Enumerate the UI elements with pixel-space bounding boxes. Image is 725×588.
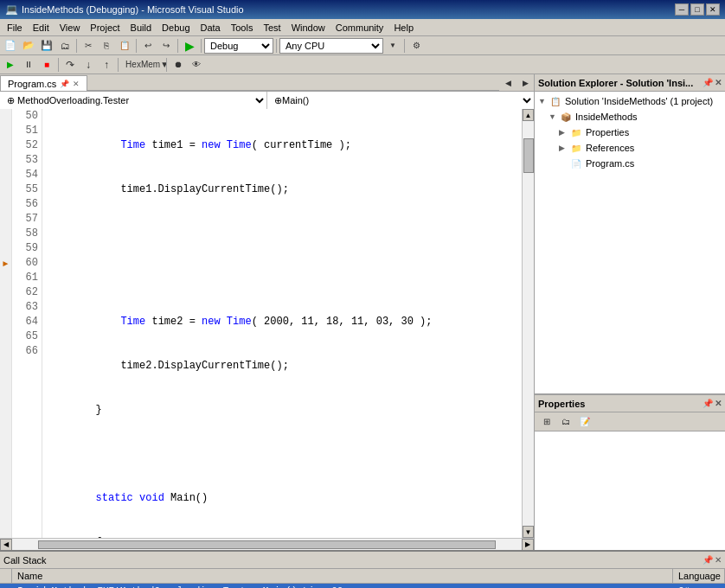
redo-button[interactable]: ↪ [157,38,175,54]
watch-btn[interactable]: 👁 [188,57,205,73]
properties-panel: Properties 📌 ✕ ⊞ 🗂 📝 [535,394,725,550]
save-all-button[interactable]: 🗂 [56,38,74,54]
tab-pin[interactable]: 📌 [60,80,69,88]
step-over-button[interactable]: ↷ [61,57,79,73]
copy-button[interactable]: ⎘ [98,38,115,54]
scroll-thumb[interactable] [523,138,534,173]
menu-debug[interactable]: Debug [157,21,195,35]
menu-bar: File Edit View Project Build Debug Data … [0,19,725,36]
paste-button[interactable]: 📋 [116,38,133,54]
props-alphabetical-btn[interactable]: ⊞ [538,414,555,430]
solution-explorer-header: Solution Explorer - Solution 'Insi... 📌 … [535,74,725,92]
code-line-52 [46,227,518,241]
step-into-button[interactable]: ↓ [80,57,97,73]
properties-content [535,431,725,550]
properties-icon: 📁 [569,125,583,139]
menu-test[interactable]: Test [258,21,286,35]
menu-tools[interactable]: Tools [226,21,259,35]
cpu-dropdown[interactable]: Any CPU x86 x64 [279,38,383,54]
menu-help[interactable]: Help [388,21,419,35]
app-icon: 💻 [5,3,18,16]
line-numbers: 50 51 52 53 54 55 56 57 58 59 60 61 62 6… [12,109,42,538]
code-line-51: time1.DisplayCurrentTime(); [46,182,518,197]
pause-button[interactable]: ⏸ [20,57,37,73]
toolbar-sep-5 [276,39,277,53]
main-area: Program.cs 📌 ✕ ◀ ▶ ⊕ MethodOverloading.T… [0,74,725,550]
scroll-up-button[interactable]: ▲ [523,109,534,121]
program-cs-label: Program.cs [586,158,634,169]
new-button[interactable]: 📄 [2,38,19,54]
code-line-53 [46,271,518,285]
scroll-left-button[interactable]: ◀ [499,75,516,91]
debug-sep-1 [58,58,59,72]
close-button[interactable]: ✕ [706,3,720,16]
pin-button[interactable]: 📌 [703,78,713,87]
menu-view[interactable]: View [55,21,86,35]
solution-explorer-title: Solution Explorer - Solution 'Insi... [538,78,693,88]
call-stack-row-0[interactable]: ► InsideMethods.EXE!MethodOverloading.Te… [0,584,725,588]
tree-item-program-cs[interactable]: 📄 Program.cs [535,156,725,171]
minimize-button[interactable]: ─ [675,3,689,16]
toolbar-standard: 📄 📂 💾 🗂 ✂ ⎘ 📋 ↩ ↪ ▶ Debug Release Any CP… [0,36,725,55]
call-stack-close[interactable]: ✕ [715,555,722,565]
menu-edit[interactable]: Edit [28,21,55,35]
call-stack-pin[interactable]: 📌 [703,555,713,565]
props-desc-btn[interactable]: 📝 [576,414,593,430]
stop-debug-button[interactable]: ■ [38,57,55,73]
col-language: Language [673,569,725,583]
properties-toolbar: ⊞ 🗂 📝 [535,412,725,431]
open-button[interactable]: 📂 [20,38,37,54]
menu-build[interactable]: Build [125,21,157,35]
breakpoint-btn[interactable]: ⏺ [170,57,187,73]
save-button[interactable]: 💾 [38,38,55,54]
start-debug-button[interactable]: ▶ [181,38,198,54]
editor-tab-bar: Program.cs 📌 ✕ ◀ ▶ [0,74,534,92]
toolbar-more[interactable]: ⚙ [407,38,425,54]
h-scroll-thumb[interactable] [38,540,496,549]
scroll-track[interactable] [523,121,534,526]
editor-tab-program-cs[interactable]: Program.cs 📌 ✕ [0,75,87,91]
props-categorized-btn[interactable]: 🗂 [557,414,574,430]
editor-nav: ⊕ MethodOverloading.Tester ⊕Main() [0,92,534,109]
code-area[interactable]: Time time1 = new Time( currentTime ); ti… [42,109,522,538]
tree-item-references[interactable]: ▶ 📁 References [535,140,725,156]
row-lang-0: C# [673,584,725,588]
scroll-right-button[interactable]: ▶ [516,75,534,91]
menu-project[interactable]: Project [85,21,125,35]
tree-item-project[interactable]: ▼ 📦 InsideMethods [535,109,725,125]
undo-button[interactable]: ↩ [139,38,157,54]
dropdown-arrow[interactable]: ▼ [384,38,401,54]
solution-explorer-close[interactable]: ✕ [715,78,722,87]
window-controls: ─ □ ✕ [675,3,720,16]
menu-window[interactable]: Window [286,21,330,35]
tree-item-properties[interactable]: ▶ 📁 Properties [535,125,725,140]
vertical-scrollbar[interactable]: ▲ ▼ [522,109,534,538]
toolbar-sep-3 [177,39,178,53]
project-icon: 📦 [559,110,573,124]
scroll-right-btn[interactable]: ▶ [522,539,534,551]
step-out-button[interactable]: ↑ [98,57,115,73]
editor-body: ► 50 51 52 53 54 55 56 57 58 59 60 61 [0,109,534,550]
tree-item-solution[interactable]: ▼ 📋 Solution 'InsideMethods' (1 project) [535,93,725,109]
continue-button[interactable]: ▶ [2,57,19,73]
menu-data[interactable]: Data [196,21,226,35]
debug-sep-2 [118,58,119,72]
mem-button[interactable]: Mem▼ [146,57,164,73]
scroll-down-button[interactable]: ▼ [523,526,534,538]
scroll-left-btn[interactable]: ◀ [0,539,12,551]
tab-close[interactable]: ✕ [73,80,80,88]
toolbar-sep-2 [136,39,137,53]
maximize-button[interactable]: □ [690,3,704,16]
props-close-btn[interactable]: ✕ [715,399,722,408]
props-pin-btn[interactable]: 📌 [703,399,713,408]
class-dropdown[interactable]: ⊕ MethodOverloading.Tester [0,92,267,109]
menu-file[interactable]: File [2,21,28,35]
cut-button[interactable]: ✂ [80,38,97,54]
debug-config-dropdown[interactable]: Debug Release [204,38,273,54]
call-stack-columns: Name Language [0,569,725,584]
menu-community[interactable]: Community [330,21,389,35]
expand-icon: ▼ [538,97,549,105]
horizontal-scrollbar[interactable]: ◀ ▶ [0,538,534,550]
method-dropdown[interactable]: ⊕Main() [267,92,534,109]
references-icon: 📁 [569,141,583,155]
